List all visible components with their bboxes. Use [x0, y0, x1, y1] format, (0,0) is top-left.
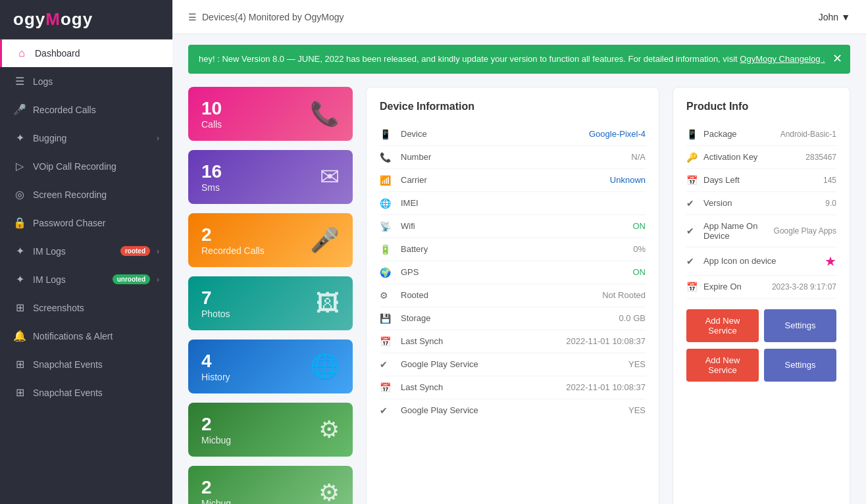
info-row-rooted: ⚙ Rooted Not Rooted: [380, 284, 646, 307]
sidebar-item-voip[interactable]: ▷ VOip Call Recording: [0, 152, 172, 180]
stat-card-calls[interactable]: 10 Calls 📞: [188, 87, 353, 141]
sidebar-item-screen-recording[interactable]: ◎ Screen Recording: [0, 180, 172, 209]
rooted-icon: ⚙: [380, 290, 394, 301]
product-row-activation: 🔑 Activation Key 2835467: [686, 146, 836, 169]
app-name-icon: ✔: [686, 226, 698, 236]
app-icon-label: App Icon on device: [703, 256, 819, 266]
days-value: 145: [823, 176, 836, 185]
action-row-1: Add New Service Settings: [686, 309, 836, 342]
google-play-label-2: Google Play Service: [401, 405, 628, 415]
device-value: Google-Pixel-4: [589, 129, 646, 139]
stat-card-micbug-2[interactable]: 2 Micbug ⚙: [188, 466, 353, 505]
sidebar-item-notifications[interactable]: 🔔 Notifications & Alert: [0, 322, 172, 350]
im-rooted-icon: ✦: [13, 245, 26, 257]
calendar-icon-2: 📅: [380, 382, 394, 393]
sidebar-label-im-unrooted: IM Logs: [33, 274, 106, 285]
sidebar-item-recorded-calls[interactable]: 🎤 Recorded Calls: [0, 95, 172, 124]
carrier-label: Carrier: [401, 175, 610, 185]
chevron-right-icon-3: ›: [157, 275, 159, 284]
settings-button-2[interactable]: Settings: [764, 349, 836, 382]
imei-icon: 🌐: [380, 198, 394, 209]
info-row-number: 📞 Number N/A: [380, 146, 646, 169]
days-icon: 📅: [686, 175, 698, 186]
last-synch-label-1: Last Synch: [401, 336, 566, 346]
bug-icon-2: ⚙: [318, 479, 340, 505]
stat-card-recorded-left: 2 Recorded Calls: [201, 224, 265, 256]
stat-card-micbug-1[interactable]: 2 Micbug ⚙: [188, 403, 353, 457]
activation-label: Activation Key: [703, 152, 800, 162]
sidebar-item-im-logs-unrooted[interactable]: ✦ IM Logs unrooted ›: [0, 265, 172, 293]
stat-card-photos[interactable]: 7 Photos 🖼: [188, 276, 353, 330]
stat-card-micbug1-left: 2 Micbug: [201, 414, 231, 445]
email-icon: ✉: [320, 163, 340, 191]
version-label: Version: [703, 198, 820, 208]
days-label: Days Left: [703, 175, 818, 185]
google-play-value-1: YES: [628, 359, 646, 369]
snapchat-icon-2: ⊞: [13, 386, 26, 399]
content-area: hey! : New Version 8.0 — JUNE, 2022 has …: [172, 34, 866, 504]
unrooted-badge: unrooted: [113, 274, 150, 284]
micbug1-number: 2: [201, 414, 231, 435]
device-info-panel: Device Information 📱 Device Google-Pixel…: [366, 87, 659, 505]
number-label: Number: [401, 152, 631, 162]
sidebar-item-password-chaser[interactable]: 🔒 Password Chaser: [0, 209, 172, 237]
info-row-imei: 🌐 IMEI: [380, 192, 646, 215]
app-icon-value: ★: [825, 253, 836, 269]
stat-card-recorded-calls[interactable]: 2 Recorded Calls 🎤: [188, 213, 353, 267]
activation-value: 2835467: [805, 153, 836, 162]
micbug1-label: Micbug: [201, 435, 231, 445]
sidebar-item-snapchat-2[interactable]: ⊞ Snapchat Events: [0, 378, 172, 407]
sidebar-label-password-chaser: Password Chaser: [33, 218, 159, 228]
sidebar-label-im-rooted: IM Logs: [33, 246, 114, 257]
add-new-service-button-1[interactable]: Add New Service: [686, 309, 759, 342]
stat-card-sms[interactable]: 16 Sms ✉: [188, 150, 353, 204]
action-row-2: Add New Service Settings: [686, 349, 836, 382]
photos-label: Photos: [201, 309, 230, 319]
stat-card-calls-left: 10 Calls: [201, 98, 222, 130]
carrier-icon: 📶: [380, 175, 394, 186]
home-icon: ⌂: [15, 47, 28, 59]
sidebar-item-dashboard[interactable]: ⌂ Dashboard: [0, 39, 172, 67]
user-chevron-icon: ▼: [841, 12, 850, 22]
user-menu[interactable]: John ▼: [819, 12, 850, 22]
lock-icon: 🔒: [13, 216, 26, 229]
sidebar-item-snapchat-1[interactable]: ⊞ Snapchat Events: [0, 350, 172, 378]
gps-label: GPS: [401, 267, 633, 277]
storage-label: Storage: [401, 313, 619, 323]
notification-link[interactable]: OgyMogy Changelog .: [740, 54, 825, 64]
expire-icon: 📅: [686, 282, 698, 292]
snapchat-icon-1: ⊞: [13, 358, 26, 370]
carrier-value: Unknown: [610, 175, 646, 185]
version-value: 9.0: [825, 199, 836, 208]
gps-value: ON: [633, 267, 646, 277]
package-label: Package: [703, 129, 775, 139]
photo-icon: 🖼: [316, 290, 340, 317]
wifi-label: Wifi: [401, 221, 633, 231]
close-icon[interactable]: ✕: [832, 50, 842, 68]
sidebar-item-logs[interactable]: ☰ Logs: [0, 67, 172, 95]
expire-label: Expire On: [703, 282, 767, 291]
main-content: ☰ Devices(4) Monitored by OgyMogy John ▼…: [172, 0, 866, 504]
storage-value: 0.0 GB: [619, 313, 646, 323]
devices-icon: ☰: [188, 12, 197, 22]
add-new-service-button-2[interactable]: Add New Service: [686, 349, 759, 382]
wifi-value: ON: [633, 221, 646, 231]
info-row-last-synch-1: 📅 Last Synch 2022-11-01 10:08:37: [380, 330, 646, 353]
info-row-last-synch-2: 📅 Last Synch 2022-11-01 10:08:37: [380, 376, 646, 399]
last-synch-value-2: 2022-11-01 10:08:37: [566, 382, 646, 392]
settings-button-1[interactable]: Settings: [764, 309, 836, 342]
user-name: John: [819, 12, 838, 22]
google-play-value-2: YES: [628, 405, 646, 415]
micbug2-label: Micbug: [201, 498, 231, 505]
sidebar-item-bugging[interactable]: ✦ Bugging ›: [0, 124, 172, 152]
info-row-storage: 💾 Storage 0.0 GB: [380, 307, 646, 330]
sidebar-label-notifications: Notifications & Alert: [33, 331, 159, 341]
stat-card-micbug2-left: 2 Micbug: [201, 477, 231, 505]
recorded-label: Recorded Calls: [201, 245, 265, 256]
sidebar-item-im-logs-rooted[interactable]: ✦ IM Logs rooted ›: [0, 237, 172, 265]
expire-value: 2023-3-28 9:17:07: [772, 282, 836, 291]
info-row-google-play-1: ✔ Google Play Service YES: [380, 353, 646, 376]
stat-card-history[interactable]: 4 History 🌐: [188, 340, 353, 393]
sidebar-item-screenshots[interactable]: ⊞ Screenshots: [0, 293, 172, 322]
logo-area: ogyMogy: [0, 0, 172, 39]
